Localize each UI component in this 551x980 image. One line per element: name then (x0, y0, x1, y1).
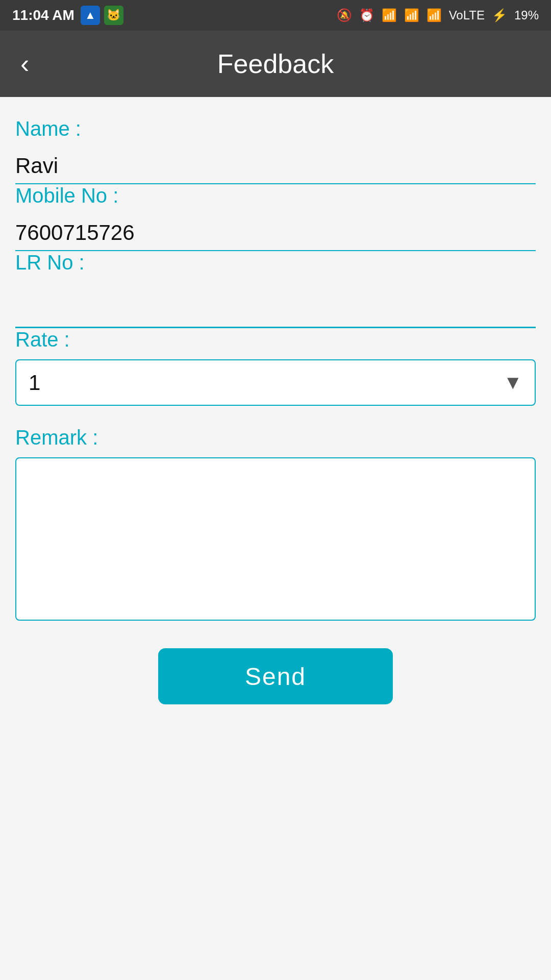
rate-field-group: Rate : 1 2 3 4 5 ▼ (15, 328, 536, 406)
page-title: Feedback (217, 48, 334, 79)
send-button-wrapper: Send (15, 648, 536, 704)
wifi-icon: 📶 (382, 8, 397, 22)
rate-select-wrapper: 1 2 3 4 5 ▼ (15, 359, 536, 406)
name-label: Name : (15, 117, 536, 140)
form-content: Name : Mobile No : LR No : Rate : 1 2 3 … (0, 97, 551, 755)
remark-field-group: Remark : (15, 426, 536, 623)
rate-label: Rate : (15, 328, 536, 351)
send-button[interactable]: Send (158, 648, 393, 704)
volte-label: VoLTE (449, 8, 485, 22)
signal-icon2: 📶 (427, 8, 442, 22)
charging-icon: ⚡ (492, 8, 507, 22)
alarm-icon: ⏰ (359, 8, 374, 22)
notification-icon: ▲ (81, 6, 100, 25)
app-bar: ‹ Feedback (0, 31, 551, 97)
status-left: 11:04 AM ▲ 🐱 (12, 6, 123, 25)
app-icon: 🐱 (104, 6, 123, 25)
name-field-group: Name : (15, 117, 536, 184)
remark-input[interactable] (15, 457, 536, 621)
status-right: 🔕 ⏰ 📶 📶 📶 VoLTE ⚡ 19% (337, 8, 539, 22)
bell-icon: 🔕 (337, 8, 352, 22)
mobile-field-group: Mobile No : (15, 184, 536, 251)
signal-icon: 📶 (404, 8, 419, 22)
name-input[interactable] (15, 149, 536, 184)
mobile-label: Mobile No : (15, 184, 536, 207)
rate-select[interactable]: 1 2 3 4 5 (29, 371, 522, 395)
battery-label: 19% (514, 8, 539, 22)
back-button[interactable]: ‹ (15, 45, 34, 82)
lr-field-group: LR No : (15, 251, 536, 328)
status-icons: ▲ 🐱 (81, 6, 123, 25)
mobile-input[interactable] (15, 215, 536, 251)
status-time: 11:04 AM (12, 7, 74, 23)
remark-label: Remark : (15, 426, 536, 449)
status-bar: 11:04 AM ▲ 🐱 🔕 ⏰ 📶 📶 📶 VoLTE ⚡ 19% (0, 0, 551, 31)
lr-label: LR No : (15, 251, 536, 274)
lr-input[interactable] (15, 282, 536, 328)
